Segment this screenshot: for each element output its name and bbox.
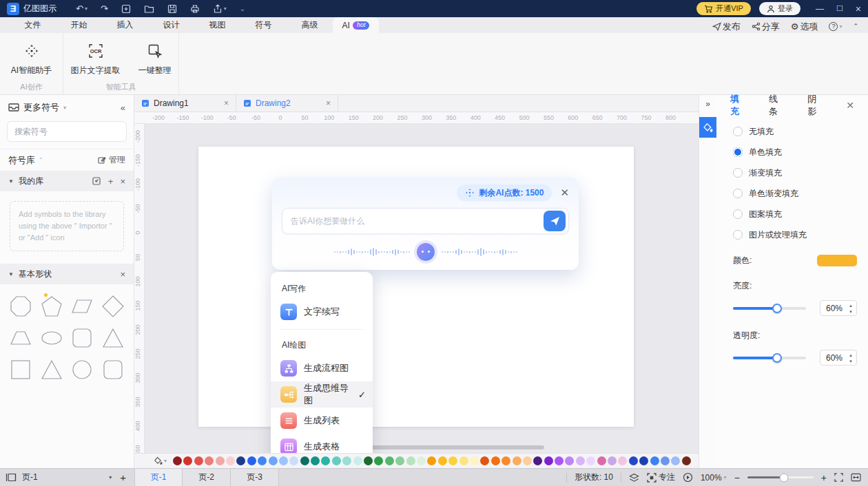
ai-prompt-input[interactable] bbox=[291, 216, 544, 226]
menu-tab-AI[interactable]: AIhot bbox=[333, 17, 379, 33]
close-tab-icon[interactable]: × bbox=[326, 98, 331, 108]
export-button[interactable]: ▾ bbox=[213, 4, 227, 14]
color-dot[interactable] bbox=[459, 456, 468, 465]
presentation-button[interactable] bbox=[683, 472, 693, 483]
color-dot[interactable] bbox=[523, 456, 532, 465]
menu-tab-视图[interactable]: 视图 bbox=[194, 17, 240, 33]
color-dot[interactable] bbox=[385, 456, 394, 465]
tab-line[interactable]: 线条 bbox=[769, 93, 783, 118]
fill-option-单色渐变填充[interactable]: 单色渐变填充 bbox=[733, 183, 868, 204]
share-button[interactable]: 分享 bbox=[752, 22, 780, 31]
color-dot[interactable] bbox=[565, 456, 574, 465]
color-dot[interactable] bbox=[183, 456, 192, 465]
spin-arrows-icon[interactable]: ▲▼ bbox=[849, 302, 853, 315]
radio-icon[interactable] bbox=[733, 209, 743, 219]
ai-assistant-button[interactable]: AI智能助手 bbox=[6, 40, 57, 79]
color-dot[interactable] bbox=[395, 456, 404, 465]
menu-item-生成列表[interactable]: 生成列表 bbox=[271, 408, 373, 434]
fill-option-渐变填充[interactable]: 渐变填充 bbox=[733, 162, 868, 183]
canvas-body[interactable]: -200-150-100-500501001502002503003504004… bbox=[134, 124, 699, 453]
color-dot[interactable] bbox=[586, 456, 595, 465]
add-page-button[interactable]: + bbox=[117, 472, 129, 483]
color-dot[interactable] bbox=[406, 456, 415, 465]
ai-dialog-close-icon[interactable]: ✕ bbox=[560, 187, 569, 199]
close-button[interactable]: × bbox=[856, 3, 861, 14]
color-dot[interactable] bbox=[480, 456, 489, 465]
one-click-tidy-button[interactable]: 一键整理 bbox=[133, 40, 177, 79]
color-dot[interactable] bbox=[438, 456, 447, 465]
shape-trapezoid[interactable] bbox=[7, 324, 35, 352]
open-vip-button[interactable]: 开通VIP bbox=[696, 2, 751, 15]
doc-tab-Drawing2[interactable]: Drawing2× bbox=[236, 95, 338, 112]
zoom-slider[interactable] bbox=[747, 476, 814, 478]
redo-button[interactable]: ↷ bbox=[101, 4, 108, 13]
import-icon[interactable] bbox=[92, 177, 101, 185]
color-dot[interactable] bbox=[353, 456, 362, 465]
layers-button[interactable] bbox=[629, 473, 639, 483]
close-tab-icon[interactable]: × bbox=[224, 98, 229, 108]
color-dot[interactable] bbox=[417, 456, 426, 465]
menu-tab-符号[interactable]: 符号 bbox=[240, 17, 287, 33]
more-tools-button[interactable]: ⌄ bbox=[240, 6, 245, 12]
fill-option-单色填充[interactable]: 单色填充 bbox=[733, 142, 868, 162]
spin-arrows-icon[interactable]: ▲▼ bbox=[849, 352, 853, 364]
symbol-search-input[interactable] bbox=[8, 127, 127, 136]
minimize-button[interactable]: — bbox=[816, 4, 824, 14]
color-dot[interactable] bbox=[597, 456, 606, 465]
color-dot[interactable] bbox=[555, 456, 564, 465]
color-dot[interactable] bbox=[608, 456, 617, 465]
radio-icon[interactable] bbox=[733, 168, 743, 178]
color-dot[interactable] bbox=[342, 456, 351, 465]
menu-tab-高级[interactable]: 高级 bbox=[287, 17, 333, 33]
shape-rounded-square[interactable] bbox=[68, 324, 96, 352]
tab-fill[interactable]: 填充 bbox=[730, 93, 744, 118]
radio-icon[interactable] bbox=[733, 127, 743, 136]
brightness-slider-handle[interactable] bbox=[772, 304, 782, 313]
color-dot[interactable] bbox=[576, 456, 585, 465]
fill-option-无填充[interactable]: 无填充 bbox=[733, 121, 868, 142]
shape-square[interactable] bbox=[7, 356, 35, 383]
color-dot[interactable] bbox=[311, 456, 320, 465]
tab-shadow[interactable]: 阴影 bbox=[807, 93, 821, 118]
color-dot[interactable] bbox=[173, 456, 182, 465]
fullscreen-button[interactable] bbox=[834, 473, 843, 482]
menu-tab-文件[interactable]: 文件 bbox=[10, 17, 56, 33]
color-dot[interactable] bbox=[470, 456, 479, 465]
basic-shapes-section[interactable]: ▼ 基本形状 × bbox=[0, 264, 134, 284]
fill-option-图案填充[interactable]: 图案填充 bbox=[733, 204, 868, 224]
menu-item-生成流程图[interactable]: 生成流程图 bbox=[271, 355, 373, 381]
shape-rounded-square[interactable] bbox=[99, 356, 127, 383]
color-dot[interactable] bbox=[682, 456, 691, 465]
color-dot[interactable] bbox=[513, 456, 521, 465]
color-dot[interactable] bbox=[300, 456, 309, 465]
color-dot[interactable] bbox=[629, 456, 638, 465]
opacity-slider[interactable] bbox=[733, 357, 806, 359]
color-dot[interactable] bbox=[289, 456, 298, 465]
fill-panel-tab[interactable] bbox=[699, 117, 717, 138]
shape-pentagon[interactable] bbox=[38, 293, 66, 320]
color-dot[interactable] bbox=[332, 456, 341, 465]
help-button[interactable]: ? ▾ bbox=[829, 22, 842, 31]
publish-button[interactable]: 发布 bbox=[712, 22, 741, 31]
maximize-button[interactable]: ☐ bbox=[836, 4, 843, 13]
collapse-sidebar-button[interactable]: « bbox=[121, 103, 125, 113]
zoom-out-button[interactable]: − bbox=[734, 472, 740, 483]
color-dot[interactable] bbox=[671, 456, 680, 465]
shape-parallelogram[interactable] bbox=[68, 293, 96, 320]
opacity-slider-handle[interactable] bbox=[772, 353, 782, 363]
menu-item-生成表格[interactable]: 生成表格 bbox=[271, 434, 373, 453]
shape-triangle[interactable] bbox=[38, 356, 66, 383]
color-dot[interactable] bbox=[236, 456, 245, 465]
fill-option-图片或纹理填充[interactable]: 图片或纹理填充 bbox=[733, 224, 868, 245]
page-tab-页-2[interactable]: 页-2 bbox=[183, 469, 231, 486]
page-selector[interactable]: 页-1 ▾ bbox=[22, 472, 112, 483]
menu-tab-设计[interactable]: 设计 bbox=[148, 17, 194, 33]
color-dot[interactable] bbox=[533, 456, 542, 465]
menu-item-文字续写[interactable]: 文字续写 bbox=[271, 299, 373, 325]
color-dot[interactable] bbox=[661, 456, 670, 465]
expand-panel-button[interactable]: » bbox=[699, 95, 716, 113]
menu-item-生成思维导图[interactable]: 生成思维导图✓ bbox=[271, 381, 373, 408]
fill-color-swatch[interactable] bbox=[817, 255, 857, 266]
color-dot[interactable] bbox=[194, 456, 203, 465]
color-dot[interactable] bbox=[427, 456, 436, 465]
